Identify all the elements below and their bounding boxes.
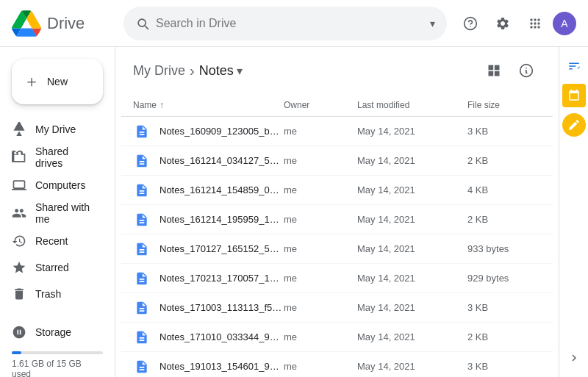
file-owner: me (284, 243, 357, 254)
recent-icon (12, 234, 26, 248)
table-header: Name ↑ Owner Last modified File size (121, 94, 553, 117)
file-modified: May 14, 2021 (357, 214, 467, 225)
file-name: Notes_171003_113113_f55.sdoc (159, 302, 284, 313)
file-icon (133, 270, 151, 287)
file-name: Notes_161214_154859_047.sdoc (159, 184, 284, 195)
storage-label: Storage (35, 326, 71, 338)
sidebar: ＋ New My Drive Shared drives Computers (0, 47, 115, 377)
file-name: Notes_170127_165152_58c.sdoc (159, 243, 284, 254)
file-icon (133, 123, 151, 140)
avatar[interactable]: A (553, 12, 576, 35)
search-dropdown-icon[interactable]: ▾ (430, 18, 435, 29)
file-modified: May 14, 2021 (357, 331, 467, 342)
file-modified: May 14, 2021 (357, 361, 467, 372)
column-owner: Owner (284, 100, 357, 110)
table-row[interactable]: Notes_191013_154601_966.sdoc me May 14, … (121, 352, 553, 377)
logo: Drive (12, 9, 115, 38)
content-header-actions (479, 56, 541, 85)
file-modified: May 14, 2021 (357, 243, 467, 254)
file-icon (133, 240, 151, 258)
file-modified: May 14, 2021 (357, 155, 467, 166)
sidebar-item-trash[interactable]: Trash (0, 281, 103, 307)
expand-panel-icon[interactable] (561, 345, 587, 371)
sidebar-item-my-drive[interactable]: My Drive (0, 116, 103, 143)
settings-button[interactable] (488, 9, 517, 38)
table-row[interactable]: Notes_171010_033344_96d.sdoc me May 14, … (121, 323, 553, 352)
edit-panel-icon[interactable] (562, 113, 586, 137)
apps-icon (528, 16, 542, 31)
breadcrumb-dropdown-icon: ▾ (237, 64, 243, 78)
table-row[interactable]: Notes_160909_123005_bc6.sdoc me May 14, … (121, 117, 553, 146)
file-owner: me (284, 126, 357, 137)
main-layout: ＋ New My Drive Shared drives Computers (0, 47, 588, 377)
search-input[interactable] (156, 17, 424, 30)
sidebar-item-storage[interactable]: Storage (0, 319, 115, 345)
file-owner: me (284, 214, 357, 225)
file-size: 933 bytes (467, 243, 541, 254)
help-button[interactable] (456, 9, 485, 38)
calendar-panel-icon[interactable] (562, 84, 586, 107)
file-rows-container: Notes_160909_123005_bc6.sdoc me May 14, … (121, 117, 553, 377)
help-icon (463, 16, 478, 31)
storage-used-text: 1.61 GB of 15 GB used (12, 359, 103, 377)
storage-section: 1.61 GB of 15 GB used Buy storage (0, 345, 115, 377)
table-row[interactable]: Notes_161214_034127_5b3.sdoc me May 14, … (121, 146, 553, 176)
file-name: Notes_160909_123005_bc6.sdoc (159, 126, 284, 137)
sidebar-item-computers[interactable]: Computers (0, 172, 103, 198)
table-row[interactable]: Notes_170213_170057_1b3.sdoc me May 14, … (121, 264, 553, 293)
trash-icon (12, 287, 26, 301)
table-row[interactable]: Notes_170127_165152_58c.sdoc me May 14, … (121, 234, 553, 264)
file-size: 2 KB (467, 331, 541, 342)
file-modified: May 14, 2021 (357, 273, 467, 284)
sidebar-item-starred-label: Starred (35, 262, 69, 273)
grid-view-button[interactable] (479, 56, 509, 85)
chevron-right-icon (567, 351, 581, 365)
file-modified: May 14, 2021 (357, 184, 467, 195)
content-header: My Drive › Notes ▾ (115, 47, 559, 94)
apps-button[interactable] (520, 9, 550, 38)
svg-point-1 (470, 26, 471, 26)
file-size: 3 KB (467, 302, 541, 313)
column-name[interactable]: Name ↑ (133, 100, 284, 110)
new-button[interactable]: ＋ New (12, 59, 103, 104)
file-owner: me (284, 302, 357, 313)
app-name-label: Drive (47, 14, 85, 33)
storage-bar-background (12, 351, 103, 354)
table-row[interactable]: Notes_161214_195959_10f.sdoc me May 14, … (121, 205, 553, 234)
file-name: Notes_170213_170057_1b3.sdoc (159, 273, 284, 284)
breadcrumb: My Drive › Notes ▾ (133, 62, 243, 79)
file-table: Name ↑ Owner Last modified File size Not… (115, 94, 559, 377)
table-row[interactable]: Notes_171003_113113_f55.sdoc me May 14, … (121, 293, 553, 323)
file-owner: me (284, 273, 357, 284)
breadcrumb-current[interactable]: Notes ▾ (199, 63, 243, 79)
google-drive-logo (12, 9, 41, 38)
plus-icon: ＋ (24, 71, 40, 93)
file-name: Notes_191013_154601_966.sdoc (159, 361, 284, 372)
file-owner: me (284, 331, 357, 342)
search-bar[interactable]: ▾ (123, 7, 447, 40)
file-icon (133, 328, 151, 346)
drive-icon (12, 122, 26, 137)
right-panel (559, 47, 588, 377)
info-button[interactable] (512, 56, 541, 85)
settings-icon (495, 16, 510, 31)
tasks-panel-icon[interactable] (561, 53, 587, 79)
sidebar-item-shared-drives[interactable]: Shared drives (0, 143, 103, 172)
breadcrumb-parent[interactable]: My Drive (133, 63, 185, 79)
file-modified: May 14, 2021 (357, 126, 467, 137)
file-modified: May 14, 2021 (357, 302, 467, 313)
info-icon (519, 63, 534, 78)
file-size: 3 KB (467, 126, 541, 137)
storage-bar-fill (12, 351, 21, 354)
sidebar-item-shared-with-me[interactable]: Shared with me (0, 198, 103, 228)
sidebar-item-recent[interactable]: Recent (0, 228, 103, 254)
sidebar-item-my-drive-label: My Drive (35, 123, 76, 135)
header-actions: A (456, 9, 576, 38)
column-size: File size (467, 100, 541, 110)
file-icon (133, 152, 151, 170)
sidebar-item-shared-drives-label: Shared drives (35, 146, 91, 169)
sidebar-item-starred[interactable]: Starred (0, 254, 103, 281)
search-icon (135, 16, 150, 31)
breadcrumb-separator: › (190, 62, 195, 79)
table-row[interactable]: Notes_161214_154859_047.sdoc me May 14, … (121, 176, 553, 205)
